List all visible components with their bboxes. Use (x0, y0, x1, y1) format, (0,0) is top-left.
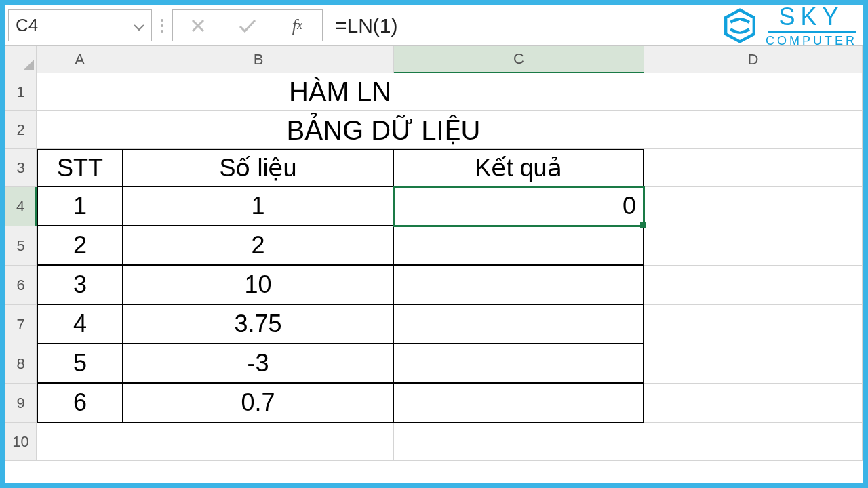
cell-C9[interactable] (394, 384, 644, 423)
cell-A7[interactable]: 4 (37, 305, 123, 344)
logo-icon (722, 8, 757, 43)
cell-B3[interactable]: Số liệu (123, 149, 394, 187)
cell-B10[interactable] (123, 423, 394, 461)
name-box[interactable]: C4 (8, 9, 152, 41)
cell-D7[interactable] (644, 305, 863, 344)
logo-text-computer: COMPUTER (766, 35, 857, 47)
row-header-4[interactable]: 4 (5, 187, 37, 226)
row-header-3[interactable]: 3 (5, 149, 37, 187)
cell-A10[interactable] (37, 423, 123, 461)
cell-D2[interactable] (644, 111, 863, 149)
row-header-9[interactable]: 9 (5, 384, 37, 423)
cell-B5[interactable]: 2 (123, 226, 394, 266)
brand-logo: SKY COMPUTER (704, 9, 860, 41)
cell-D1[interactable] (644, 73, 863, 111)
vertical-grip[interactable] (156, 9, 168, 41)
cell-A8[interactable]: 5 (37, 344, 123, 384)
cell-title[interactable]: HÀM LN (37, 73, 644, 111)
cell-C4[interactable]: 0 (394, 187, 644, 226)
cell-D8[interactable] (644, 344, 863, 384)
row-header-1[interactable]: 1 (5, 73, 37, 111)
cell-D6[interactable] (644, 266, 863, 305)
col-header-D[interactable]: D (644, 46, 863, 73)
cell-A4[interactable]: 1 (37, 187, 123, 226)
row-header-10[interactable]: 10 (5, 423, 37, 461)
cell-B4[interactable]: 1 (123, 187, 394, 226)
subtitle-text: BẢNG DỮ LIỆU (286, 115, 480, 146)
cell-C8[interactable] (394, 344, 644, 384)
cell-C7[interactable] (394, 305, 644, 344)
cell-B6[interactable]: 10 (123, 266, 394, 305)
cell-subtitle[interactable]: BẢNG DỮ LIỆU (123, 111, 644, 149)
cell-A6[interactable]: 3 (37, 266, 123, 305)
cell-B8[interactable]: -3 (123, 344, 394, 384)
spreadsheet-grid[interactable]: A B C D 1 HÀM LN 2 BẢNG DỮ LIỆU 3 STT Số… (5, 46, 863, 461)
logo-text-sky: SKY (778, 5, 844, 29)
cell-D9[interactable] (644, 384, 863, 423)
cell-A2[interactable] (37, 111, 123, 149)
row-header-5[interactable]: 5 (5, 226, 37, 266)
cell-D10[interactable] (644, 423, 863, 461)
cell-A3[interactable]: STT (37, 149, 123, 187)
cell-A9[interactable]: 6 (37, 384, 123, 423)
cell-C3[interactable]: Kết quả (394, 149, 644, 187)
cell-A5[interactable]: 2 (37, 226, 123, 266)
cell-D3[interactable] (644, 149, 863, 187)
row-header-8[interactable]: 8 (5, 344, 37, 384)
formula-buttons: fx (172, 9, 323, 41)
col-header-C[interactable]: C (394, 46, 644, 73)
cell-D5[interactable] (644, 226, 863, 266)
cell-B7[interactable]: 3.75 (123, 305, 394, 344)
insert-function-icon[interactable]: fx (286, 16, 308, 36)
chevron-down-icon[interactable] (134, 15, 144, 36)
row-header-2[interactable]: 2 (5, 111, 37, 149)
formula-text: =LN(1) (335, 14, 398, 37)
cell-C6[interactable] (394, 266, 644, 305)
col-header-B[interactable]: B (123, 46, 394, 73)
enter-icon[interactable] (237, 16, 258, 36)
cell-C10[interactable] (394, 423, 644, 461)
col-header-A[interactable]: A (37, 46, 123, 73)
cell-D4[interactable] (644, 187, 863, 226)
name-box-value: C4 (16, 15, 38, 36)
formula-input[interactable]: =LN(1) (327, 9, 700, 41)
select-all-corner[interactable] (5, 46, 37, 73)
cell-C5[interactable] (394, 226, 644, 266)
cell-B9[interactable]: 0.7 (123, 384, 394, 423)
title-text: HÀM LN (289, 77, 391, 107)
formula-bar: C4 fx =LN(1) SKY COMPUTER (5, 5, 863, 46)
row-header-6[interactable]: 6 (5, 266, 37, 305)
row-header-7[interactable]: 7 (5, 305, 37, 344)
cancel-icon[interactable] (187, 16, 209, 36)
